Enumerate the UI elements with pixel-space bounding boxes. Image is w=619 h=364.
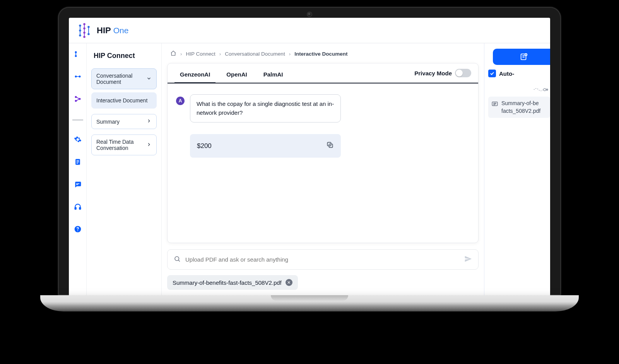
laptop-notch bbox=[271, 295, 348, 301]
svg-rect-25 bbox=[76, 184, 79, 184]
search-icon bbox=[174, 255, 181, 264]
svg-point-42 bbox=[546, 89, 548, 90]
breadcrumb-item[interactable]: Conversational Document bbox=[225, 51, 285, 57]
file-chip: Summary-of-benefits-fast-facts_508V2.pdf… bbox=[167, 275, 298, 290]
sidebar: HIP Connect Conversational Document Inte… bbox=[87, 43, 162, 295]
source-file-item[interactable]: Summary-of-be facts_508V2.pdf bbox=[488, 97, 550, 118]
chat-input-row bbox=[167, 249, 479, 270]
privacy-mode-toggle[interactable] bbox=[455, 69, 471, 77]
copy-icon[interactable] bbox=[326, 141, 334, 151]
file-chip-label: Summary-of-benefits-fast-facts_508V2.pdf bbox=[173, 279, 282, 286]
app-body: HIP Connect Conversational Document Inte… bbox=[69, 43, 550, 295]
breadcrumb-item[interactable]: HIP Connect bbox=[186, 51, 215, 57]
rail-link-icon[interactable] bbox=[74, 73, 82, 82]
svg-point-41 bbox=[544, 88, 546, 91]
source-file-label: Summary-of-be facts_508V2.pdf bbox=[501, 100, 547, 115]
attached-files-row: Summary-of-benefits-fast-facts_508V2.pdf… bbox=[167, 275, 479, 290]
chevron-right-icon: › bbox=[180, 51, 182, 57]
new-conversation-button[interactable] bbox=[493, 49, 550, 65]
svg-rect-22 bbox=[76, 160, 79, 161]
connector-icon bbox=[488, 86, 550, 94]
user-question-bubble: What is the copay for a single diagnosti… bbox=[190, 94, 341, 122]
auto-toggle-row: Auto- bbox=[488, 70, 550, 77]
chevron-right-icon bbox=[146, 118, 152, 125]
chat-icon[interactable] bbox=[74, 180, 82, 190]
chat-card: GenzeonAI OpenAI PalmAI Privacy Mode bbox=[167, 63, 479, 243]
chevron-right-icon: › bbox=[219, 51, 221, 57]
sidebar-item-label: Real Time Data Conversation bbox=[96, 139, 146, 151]
laptop-bezel: HIP One bbox=[58, 7, 561, 295]
svg-point-33 bbox=[175, 257, 179, 261]
home-icon[interactable] bbox=[170, 50, 176, 58]
right-panel: Auto- Summary-of-be facts_508V2.pdf bbox=[484, 43, 550, 295]
tab-openai[interactable]: OpenAI bbox=[221, 67, 252, 83]
assistant-answer-text: $200 bbox=[197, 142, 212, 150]
sidebar-item-interactive-document[interactable]: Interactive Document bbox=[91, 92, 157, 109]
sidebar-item-label: Conversational Document bbox=[96, 73, 146, 85]
user-message-row: A What is the copay for a single diagnos… bbox=[176, 94, 470, 122]
auto-label: Auto- bbox=[499, 70, 514, 77]
camera-icon bbox=[308, 12, 311, 16]
rail-nodes-icon[interactable] bbox=[74, 50, 82, 60]
tab-palmai[interactable]: PalmAI bbox=[258, 67, 289, 83]
rail-divider bbox=[72, 120, 83, 120]
headphones-icon[interactable] bbox=[74, 203, 82, 212]
sidebar-item-conversational-document[interactable]: Conversational Document bbox=[91, 68, 157, 89]
laptop-base bbox=[40, 295, 579, 311]
sidebar-item-summary[interactable]: Summary bbox=[91, 114, 157, 129]
brand-name: HIP bbox=[97, 26, 111, 36]
breadcrumb: › HIP Connect › Conversational Document … bbox=[167, 50, 479, 63]
sidebar-title: HIP Connect bbox=[94, 52, 154, 60]
send-icon[interactable] bbox=[464, 255, 472, 264]
icon-rail bbox=[69, 43, 87, 295]
svg-rect-28 bbox=[79, 208, 80, 209]
svg-point-30 bbox=[77, 230, 78, 231]
breadcrumb-item-current: Interactive Document bbox=[294, 51, 347, 57]
laptop-frame: HIP One bbox=[58, 7, 561, 311]
brand-suffix: One bbox=[113, 26, 129, 35]
svg-rect-27 bbox=[75, 208, 76, 209]
svg-rect-23 bbox=[76, 162, 79, 162]
help-icon[interactable] bbox=[74, 225, 82, 235]
chat-input[interactable] bbox=[185, 256, 460, 263]
svg-rect-24 bbox=[76, 163, 78, 164]
svg-rect-26 bbox=[76, 184, 78, 185]
auto-checkbox[interactable] bbox=[488, 70, 496, 77]
logo-icon bbox=[76, 22, 93, 39]
sidebar-item-realtime-data-conversation[interactable]: Real Time Data Conversation bbox=[91, 134, 157, 155]
chevron-down-icon bbox=[146, 76, 152, 82]
svg-line-34 bbox=[178, 260, 180, 261]
privacy-mode-control: Privacy Mode bbox=[414, 69, 471, 81]
app-screen: HIP One bbox=[69, 18, 550, 295]
chat-area: A What is the copay for a single diagnos… bbox=[168, 83, 478, 243]
model-tabs: GenzeonAI OpenAI PalmAI Privacy Mode bbox=[168, 63, 478, 83]
sidebar-item-label: Interactive Document bbox=[96, 97, 147, 104]
main-panel: › HIP Connect › Conversational Document … bbox=[162, 43, 484, 295]
avatar: A bbox=[176, 97, 185, 105]
chevron-right-icon bbox=[146, 142, 152, 148]
app-header: HIP One bbox=[69, 18, 550, 43]
privacy-mode-label: Privacy Mode bbox=[414, 70, 452, 77]
chevron-right-icon: › bbox=[289, 51, 291, 57]
sidebar-item-label: Summary bbox=[96, 119, 120, 125]
tab-genzeonai[interactable]: GenzeonAI bbox=[174, 67, 215, 83]
rail-branch-icon[interactable] bbox=[74, 95, 82, 104]
assistant-answer-bubble: $200 bbox=[190, 134, 341, 158]
gear-icon[interactable] bbox=[74, 136, 82, 145]
document-icon[interactable] bbox=[74, 158, 82, 167]
remove-file-button[interactable]: ✕ bbox=[286, 279, 292, 286]
